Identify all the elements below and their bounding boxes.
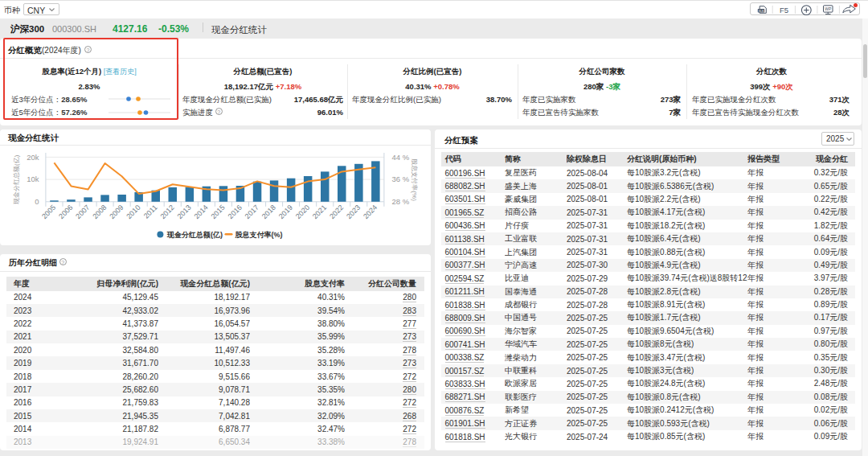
svg-text:F5: F5 [780, 6, 788, 14]
svg-text:WP: WP [825, 6, 832, 11]
svg-text:XLS: XLS [759, 10, 764, 13]
